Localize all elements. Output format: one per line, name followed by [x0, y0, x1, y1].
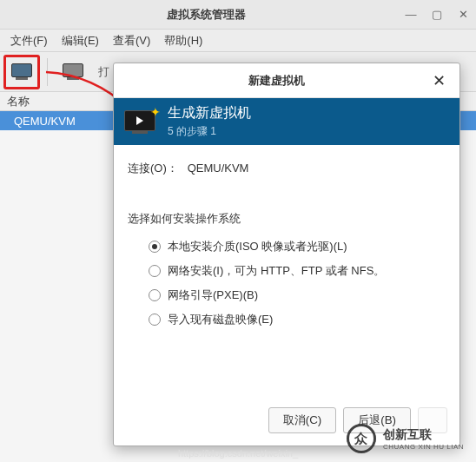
menu-view[interactable]: 查看(V) — [106, 33, 157, 49]
watermark-logo: 众 创新互联 CHUANG XIN HU LIAN — [347, 424, 464, 453]
menu-edit[interactable]: 编辑(E) — [55, 33, 106, 49]
new-vm-button[interactable] — [3, 55, 40, 89]
dialog-header: ✦ 生成新虚拟机 5 的步骤 1 — [114, 98, 459, 145]
radio-icon — [149, 265, 161, 277]
radio-label-import: 导入现有磁盘映像(E) — [168, 312, 273, 327]
url-watermark: https://blog.csdn.net/weixin_ — [178, 448, 298, 459]
window-controls: — ▢ ✕ — [405, 9, 469, 21]
close-button[interactable]: ✕ — [457, 9, 469, 21]
connection-label: 连接(O)： — [128, 162, 178, 175]
menubar: 文件(F) 编辑(E) 查看(V) 帮助(H) — [0, 30, 476, 52]
dialog-body: 连接(O)： QEMU/KVM 选择如何安装操作系统 本地安装介质(ISO 映像… — [114, 145, 459, 338]
dialog-title: 新建虚拟机 — [124, 73, 429, 89]
menu-file[interactable]: 文件(F) — [3, 33, 55, 49]
dialog-header-title: 生成新虚拟机 — [168, 104, 251, 122]
radio-local-iso[interactable]: 本地安装介质(ISO 映像或者光驱)(L) — [149, 239, 446, 254]
radio-icon — [149, 241, 161, 253]
main-titlebar: 虚拟系统管理器 — ▢ ✕ — [0, 0, 476, 30]
monitor-icon — [63, 63, 83, 80]
radio-label-network: 网络安装(I)，可为 HTTP、FTP 或者 NFS。 — [168, 263, 385, 279]
open-vm-button[interactable] — [55, 55, 91, 89]
radio-icon — [149, 314, 161, 326]
radio-label-local-iso: 本地安装介质(ISO 映像或者光驱)(L) — [168, 239, 347, 254]
install-radio-group: 本地安装介质(ISO 映像或者光驱)(L) 网络安装(I)，可为 HTTP、FT… — [128, 239, 446, 327]
dialog-step-text: 5 的步骤 1 — [168, 124, 251, 139]
watermark-icon: 众 — [347, 424, 376, 453]
main-window-title: 虚拟系统管理器 — [7, 7, 405, 23]
cancel-button[interactable]: 取消(C) — [268, 407, 337, 433]
radio-label-pxe: 网络引导(PXE)(B) — [168, 287, 258, 303]
watermark-en: CHUANG XIN HU LIAN — [383, 443, 464, 451]
install-section-label: 选择如何安装操作系统 — [128, 211, 446, 227]
connection-row: 连接(O)： QEMU/KVM — [128, 161, 446, 176]
maximize-button[interactable]: ▢ — [431, 9, 443, 21]
toolbar-open-label: 打 — [98, 64, 109, 80]
monitor-new-icon — [11, 63, 32, 80]
radio-icon — [149, 289, 161, 301]
menu-help[interactable]: 帮助(H) — [157, 33, 209, 49]
watermark-cn: 创新互联 — [383, 427, 464, 443]
radio-network-install[interactable]: 网络安装(I)，可为 HTTP、FTP 或者 NFS。 — [149, 263, 446, 279]
radio-pxe[interactable]: 网络引导(PXE)(B) — [149, 287, 446, 303]
dialog-header-text: 生成新虚拟机 5 的步骤 1 — [168, 104, 251, 139]
connection-value: QEMU/KVM — [188, 162, 249, 175]
new-vm-dialog: 新建虚拟机 ✕ ✦ 生成新虚拟机 5 的步骤 1 连接(O)： QEMU/KVM… — [113, 63, 460, 446]
radio-import[interactable]: 导入现有磁盘映像(E) — [149, 312, 446, 327]
dialog-titlebar: 新建虚拟机 ✕ — [114, 63, 459, 98]
vm-wizard-icon: ✦ — [124, 110, 155, 134]
dialog-close-button[interactable]: ✕ — [429, 71, 449, 90]
minimize-button[interactable]: — — [405, 9, 417, 21]
